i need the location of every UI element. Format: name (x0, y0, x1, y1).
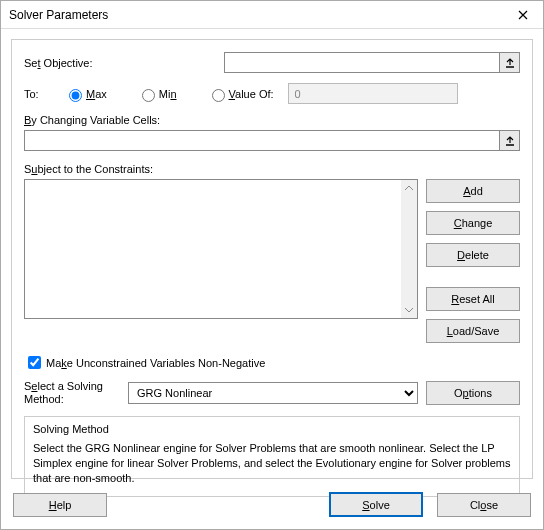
collapse-icon (505, 136, 515, 146)
constraints-listbox[interactable] (24, 179, 418, 319)
select-method-label: Select a Solving Method: (24, 380, 120, 406)
add-button[interactable]: Add (426, 179, 520, 203)
changing-cells-ref-input (24, 130, 520, 151)
close-button[interactable] (503, 1, 543, 29)
chevron-down-icon (405, 307, 413, 313)
chevron-up-icon (405, 185, 413, 191)
options-button[interactable]: Options (426, 381, 520, 405)
min-radio-input[interactable] (142, 89, 155, 102)
make-unconstrained-label: Make Unconstrained Variables Non-Negativ… (46, 357, 265, 369)
scroll-up-button[interactable] (401, 180, 417, 196)
max-label: Max (86, 88, 107, 100)
min-label: Min (159, 88, 177, 100)
objective-input[interactable] (224, 52, 499, 73)
solver-parameters-dialog: Solver Parameters Set Objective: To: Max (0, 0, 544, 530)
objective-ref-button[interactable] (499, 52, 520, 73)
make-unconstrained-input[interactable] (28, 356, 41, 369)
min-radio[interactable]: Min (137, 86, 177, 102)
dialog-buttons: Help Solve Close (13, 492, 531, 517)
solving-method-select[interactable]: GRG Nonlinear (128, 382, 418, 404)
collapse-icon (505, 58, 515, 68)
constraints-label: Subject to the Constraints: (24, 163, 520, 175)
desc-title: Solving Method (33, 423, 511, 435)
close-dialog-button[interactable]: Close (437, 493, 531, 517)
changing-cells-label: By Changing Variable Cells: (24, 114, 520, 126)
changing-cells-ref-button[interactable] (499, 130, 520, 151)
desc-text: Select the GRG Nonlinear engine for Solv… (33, 441, 511, 486)
dialog-title: Solver Parameters (9, 8, 503, 22)
help-button[interactable]: Help (13, 493, 107, 517)
delete-button[interactable]: Delete (426, 243, 520, 267)
titlebar: Solver Parameters (1, 1, 543, 29)
changing-cells-input[interactable] (24, 130, 499, 151)
value-of-label: Value Of: (229, 88, 274, 100)
make-unconstrained-checkbox[interactable]: Make Unconstrained Variables Non-Negativ… (24, 353, 520, 372)
max-radio-input[interactable] (69, 89, 82, 102)
value-of-input (288, 83, 458, 104)
value-of-radio[interactable]: Value Of: (207, 86, 274, 102)
set-objective-label: Set Objective: (24, 57, 224, 69)
max-radio[interactable]: Max (64, 86, 107, 102)
to-label: To: (24, 88, 64, 100)
main-panel: Set Objective: To: Max Min Value Of: (11, 39, 533, 479)
close-icon (518, 10, 528, 20)
value-of-radio-input[interactable] (212, 89, 225, 102)
solve-button[interactable]: Solve (329, 492, 423, 517)
solving-method-description: Solving Method Select the GRG Nonlinear … (24, 416, 520, 497)
scroll-down-button[interactable] (401, 302, 417, 318)
objective-ref-input (224, 52, 520, 73)
change-button[interactable]: Change (426, 211, 520, 235)
scrollbar[interactable] (401, 180, 417, 318)
reset-all-button[interactable]: Reset All (426, 287, 520, 311)
load-save-button[interactable]: Load/Save (426, 319, 520, 343)
